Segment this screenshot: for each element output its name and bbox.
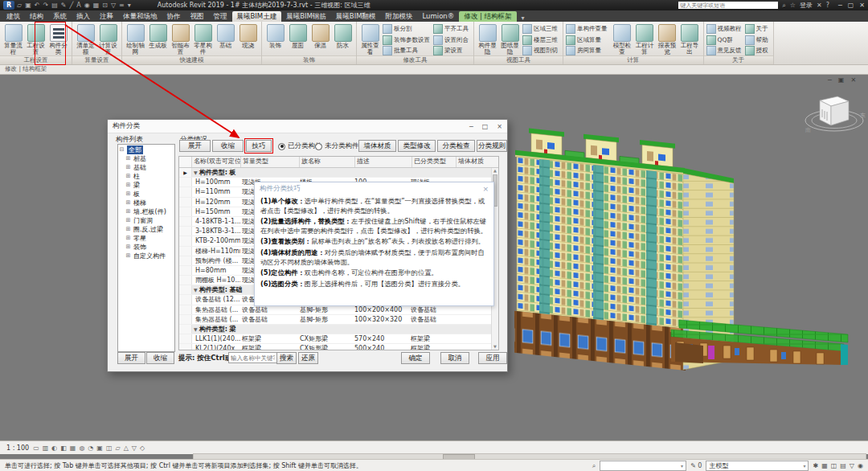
expand-node-icon[interactable] xyxy=(125,181,132,190)
scale-label[interactable]: 1 : 100 xyxy=(6,444,29,452)
apply-button[interactable]: 应用 xyxy=(478,352,507,364)
expand-node-icon[interactable] xyxy=(125,190,132,199)
tips-close-icon[interactable]: × xyxy=(482,185,489,193)
statusbar-icon[interactable]: ▤ xyxy=(840,462,846,469)
ribbon-tab[interactable]: Lumion® xyxy=(418,11,460,22)
tree-item[interactable]: 板 xyxy=(118,190,174,199)
component-classify-button[interactable]: 构件分类 xyxy=(47,23,69,55)
tree-item[interactable]: 自定义构件 xyxy=(118,252,174,260)
viewbar-icon[interactable]: ▥ xyxy=(43,444,49,452)
dialog-close-icon[interactable]: × xyxy=(497,123,502,130)
type-modify-button[interactable]: 类型修改 xyxy=(398,140,436,152)
signin-label[interactable]: 登录 xyxy=(800,1,813,10)
ribbon-tab[interactable]: 建筑 xyxy=(2,11,25,22)
restore-button[interactable]: ▢ xyxy=(848,2,854,9)
tree-item[interactable]: 圈.反.过梁 xyxy=(118,225,174,234)
table-header-row[interactable]: 名称(双击可定位) 算量类型 族名称 描述 已分类类型 墙体材质 xyxy=(179,157,498,168)
qat-icon[interactable]: ≡ xyxy=(119,0,125,10)
table-row[interactable]: KL2(1)(240x... 框架梁 CX矩形梁 500×240 框架梁 xyxy=(179,344,492,350)
viewbar-icon[interactable]: ◍ xyxy=(79,444,84,452)
ribbon-button[interactable]: 报表预览 xyxy=(657,23,678,55)
ribbon-button[interactable]: 生成板 xyxy=(147,23,169,55)
ribbon-small-button[interactable]: 区域三维 xyxy=(522,24,560,35)
cancel-button[interactable]: 取消 xyxy=(440,352,469,364)
ribbon-button[interactable]: 工程设置 xyxy=(25,23,47,55)
ribbon-small-button[interactable]: 批量工具 xyxy=(383,46,432,56)
expand-node-icon[interactable] xyxy=(125,172,132,181)
ribbon-button[interactable]: 构件显隐 xyxy=(477,23,498,55)
search-icon[interactable]: ⌕ xyxy=(782,2,785,10)
ok-button[interactable]: 确定 xyxy=(401,352,430,364)
tree-item[interactable]: 柱 xyxy=(118,172,174,181)
find-icon[interactable]: ⌕ xyxy=(592,462,596,470)
ribbon-small-button[interactable]: 授权 xyxy=(745,46,771,56)
qat-icon[interactable]: ▦ xyxy=(93,0,100,10)
tree-root[interactable]: 全部 xyxy=(118,145,174,154)
dialog-title-bar[interactable]: 构件分类 ─ □ × xyxy=(108,120,507,133)
col-wall-material[interactable]: 墙体材质 xyxy=(457,157,499,167)
a360-icon[interactable]: ✕ xyxy=(817,2,822,9)
col-quantity-type[interactable]: 算量类型 xyxy=(241,157,300,167)
expand-node-icon[interactable] xyxy=(125,207,132,216)
ribbon-small-button[interactable]: 视频教程 xyxy=(706,24,744,35)
ribbon-small-button[interactable]: 关于 xyxy=(745,24,771,35)
tree-item[interactable]: 楼梯 xyxy=(118,199,174,207)
ribbon-button[interactable]: 工程导出 xyxy=(679,23,701,55)
qat-icon[interactable]: ↶ xyxy=(35,0,40,10)
search-button[interactable]: 搜索 xyxy=(276,352,297,364)
expand-node-icon[interactable] xyxy=(125,216,132,225)
ribbon-small-button[interactable]: 楼层三维 xyxy=(522,35,560,46)
ribbon-button[interactable]: 保温 xyxy=(309,23,331,55)
qat-icon[interactable]: ↷ xyxy=(43,0,48,10)
qat-icon[interactable]: ⊡ xyxy=(102,0,108,10)
collapse-node-icon[interactable] xyxy=(118,145,125,154)
ribbon-small-button[interactable]: 意见反馈 xyxy=(706,46,744,56)
expand-node-icon[interactable] xyxy=(125,199,132,207)
viewbar-icon[interactable]: ◔ xyxy=(88,444,93,452)
ribbon-small-button[interactable]: 帮助 xyxy=(745,35,771,46)
tree-expand-button[interactable]: 展开 xyxy=(117,352,145,364)
tree-item[interactable]: 梁 xyxy=(118,181,174,190)
ribbon-small-button[interactable]: 平齐工具 xyxy=(433,24,471,35)
tree-item[interactable]: 装饰 xyxy=(118,243,174,252)
dialog-maximize-icon[interactable]: □ xyxy=(482,123,489,130)
revit-logo-icon[interactable]: R xyxy=(3,1,14,10)
ribbon-tab[interactable]: 管理 xyxy=(209,11,232,22)
expand-node-icon[interactable] xyxy=(125,243,132,252)
expand-node-icon[interactable] xyxy=(125,154,132,163)
ribbon-tab[interactable]: 修改 | 结构框架 xyxy=(459,11,516,22)
ribbon-display-toggle[interactable]: ▾ xyxy=(517,14,530,22)
qat-icon[interactable]: A xyxy=(76,0,80,10)
viewbar-icon[interactable]: ◧ xyxy=(60,444,67,452)
favorites-icon[interactable]: ☆ xyxy=(790,2,796,9)
viewbar-icon[interactable]: ▭ xyxy=(33,444,39,452)
ribbon-small-button[interactable]: 区域算量 xyxy=(566,35,610,46)
ribbon-tab[interactable]: 视图 xyxy=(186,11,209,22)
qat-icon[interactable]: ▤ xyxy=(51,0,58,10)
ribbon-tab[interactable]: 插入 xyxy=(72,11,95,22)
viewbar-icon[interactable]: △ xyxy=(124,444,129,452)
collapse-button[interactable]: 收缩 xyxy=(212,140,244,152)
tree-item[interactable]: 门窗洞 xyxy=(118,216,174,225)
qat-icon[interactable]: ◉ xyxy=(84,0,90,10)
ribbon-button[interactable]: 绘制轴网 xyxy=(125,23,146,55)
statusbar-icon[interactable]: ✱ xyxy=(813,462,818,469)
expand-node-icon[interactable] xyxy=(125,163,132,172)
radio-unclassified[interactable]: 未分类构件 xyxy=(315,141,359,151)
wall-material-button[interactable]: 墙体材质 xyxy=(358,140,396,152)
ribbon-button[interactable]: 智能布置 xyxy=(170,23,191,55)
qat-icon[interactable]: ▽ xyxy=(111,0,116,10)
ribbon-button[interactable]: 计算设置 xyxy=(97,23,119,55)
viewbar-icon[interactable]: ▽ xyxy=(132,444,137,452)
tree-item[interactable]: 桩基 xyxy=(118,154,174,163)
design-option-select[interactable]: 主模型 xyxy=(706,461,809,471)
ribbon-button[interactable]: 模型检查 xyxy=(612,23,633,55)
viewbar-icon[interactable]: ◫ xyxy=(106,444,113,452)
viewcube[interactable]: 南 东 xyxy=(800,80,868,138)
viewbar-icon[interactable]: ▦ xyxy=(70,444,76,452)
minimize-button[interactable]: ─ xyxy=(838,2,842,9)
ribbon-tab[interactable]: 晨曦BIM翻模 xyxy=(331,11,381,22)
tree-item[interactable]: 基础 xyxy=(118,163,174,172)
building-3d-model[interactable] xyxy=(506,127,852,376)
statusbar-icon[interactable]: ▽ xyxy=(850,462,854,469)
